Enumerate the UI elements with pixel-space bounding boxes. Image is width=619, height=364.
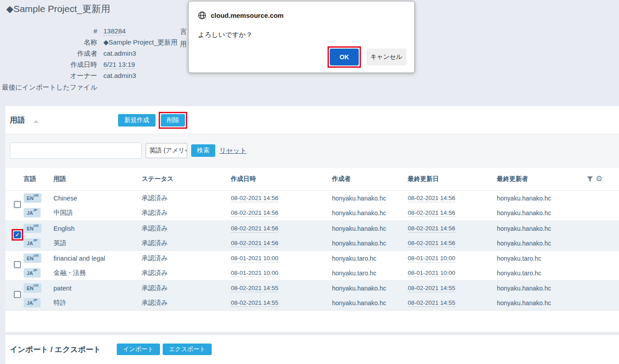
new-term-button[interactable]: 新規作成 [118, 114, 156, 127]
detail-value-creator: cat.admin3 [103, 49, 136, 57]
modified-date-cell: 08-02-2021 14:56 [408, 225, 497, 232]
language-badge: JAJP [24, 238, 41, 248]
table-row-pair: ENUS patent 承認済み 08-02-2021 14:55 honyak… [5, 280, 619, 310]
detail-label: 名称 [0, 38, 97, 47]
delete-button[interactable]: 削除 [161, 114, 185, 127]
creator-cell: honyaku.hanako.hc [332, 225, 408, 232]
table-row-pair: ENUS financial and legal 承認済み 08-01-2021… [5, 250, 619, 280]
chevron-down-icon [185, 149, 187, 152]
created-date-cell: 08-01-2021 10:00 [231, 270, 332, 276]
created-date-cell: 08-02-2021 14:56 [231, 209, 332, 216]
term-table-footer [5, 310, 619, 332]
term-cell: 英語 [53, 239, 142, 247]
modifier-cell: honyaku.taro.hc [497, 270, 619, 277]
detail-label: 作成者 [0, 49, 97, 58]
term-line: JAJP 特許 承認済み 08-02-2021 14:55 honyaku.ha… [5, 295, 619, 310]
language-select-value: 英語 (アメリ [149, 147, 185, 155]
row-checkbox-highlight: ✓ [12, 229, 23, 241]
status-cell: 承認済み [142, 254, 231, 262]
language-badge: ENUS [24, 254, 41, 263]
row-checkbox[interactable] [14, 261, 21, 268]
detail-label: 作成日時 [0, 61, 97, 69]
ok-button-highlight: OK [328, 46, 361, 68]
term-cell: financial and legal [53, 255, 142, 262]
language-badge: JAJP [24, 208, 41, 217]
modified-date-cell: 08-02-2021 14:55 [408, 299, 497, 306]
delete-button-highlight: 削除 [159, 112, 187, 129]
modifier-cell: honyaku.hanako.hc [497, 240, 619, 247]
creator-cell: honyaku.hanako.hc [332, 299, 408, 307]
reset-link[interactable]: リセット [219, 147, 246, 155]
clipped-label-lang: 言 [180, 28, 188, 36]
import-export-panel: インポート / エクスポート インポート エクスポート [5, 335, 619, 364]
created-date-cell: 08-02-2021 14:55 [231, 299, 332, 306]
detail-value-id: 138284 [103, 27, 126, 36]
export-button[interactable]: エクスポート [163, 344, 212, 355]
gear-icon[interactable]: ⚙ [596, 175, 603, 183]
created-date-cell: 08-02-2021 14:56 [231, 225, 332, 232]
terms-panel: 用語 新規作成 削除 英語 (アメリ 検索 リセット 言語 [5, 106, 619, 332]
clipped-label-term: 用 [180, 40, 188, 49]
language-badge: ENUS [24, 283, 41, 293]
terms-section-title: 用語 [10, 115, 25, 125]
modified-date-cell: 08-02-2021 14:56 [408, 209, 497, 216]
globe-icon [198, 11, 206, 20]
created-date-cell: 08-02-2021 14:56 [231, 240, 332, 246]
detail-label: # [0, 27, 97, 35]
detail-label: オーナー [0, 72, 97, 80]
creator-cell: honyaku.hanako.hc [332, 195, 408, 202]
modified-date-cell: 08-02-2021 14:55 [408, 285, 497, 291]
dialog-site-name: cloud.memsource.com [211, 12, 283, 19]
term-search-bar: 英語 (アメリ 検索 リセット [5, 134, 619, 168]
language-badge: JAJP [24, 298, 41, 307]
search-button[interactable]: 検索 [191, 144, 215, 157]
detail-row-last-import: 最後にインポートしたファイル [0, 83, 103, 92]
creator-cell: honyaku.hanako.hc [332, 240, 408, 247]
filter-funnel-icon[interactable] [587, 176, 593, 182]
collapse-chevron-up-icon[interactable] [33, 120, 39, 123]
modified-date-cell: 08-01-2021 10:00 [408, 270, 497, 276]
term-search-input[interactable] [10, 143, 142, 159]
cancel-button[interactable]: キャンセル [366, 49, 406, 65]
detail-row-name: 名称◆Sample Project_更新用 [0, 38, 178, 47]
language-badge: ENUS [24, 193, 41, 203]
row-checkbox[interactable] [14, 291, 21, 298]
ok-button[interactable]: OK [330, 49, 359, 65]
modified-date-cell: 08-02-2021 14:56 [408, 195, 497, 201]
column-term: 用語 [53, 175, 142, 183]
row-checkbox[interactable]: ✓ [14, 231, 21, 238]
status-cell: 承認済み [142, 239, 231, 247]
created-date-cell: 08-02-2021 14:55 [231, 285, 332, 291]
column-modified: 最終更新日 [408, 175, 497, 183]
status-cell: 承認済み [142, 299, 231, 307]
term-line: JAJP 金融・法務 承認済み 08-01-2021 10:00 honyaku… [5, 266, 619, 280]
term-cell: 中国語 [53, 209, 142, 217]
status-cell: 承認済み [142, 209, 231, 217]
creator-cell: honyaku.taro.hc [332, 270, 408, 277]
import-button[interactable]: インポート [117, 344, 160, 355]
modified-date-cell: 08-01-2021 10:00 [408, 255, 497, 262]
detail-row-creator: 作成者cat.admin3 [0, 49, 136, 58]
language-badge: JAJP [24, 268, 41, 278]
column-creator: 作成者 [332, 175, 408, 183]
modifier-cell: honyaku.hanako.hc [497, 195, 619, 202]
modified-date-cell: 08-02-2021 14:56 [408, 240, 497, 246]
detail-label: 最後にインポートしたファイル [0, 83, 97, 92]
row-checkbox-wrap [14, 201, 21, 208]
column-language: 言語 [24, 175, 53, 183]
table-row-pair: ENUS Chinese 承認済み 08-02-2021 14:56 honya… [5, 191, 619, 221]
status-cell: 承認済み [142, 284, 231, 292]
row-checkbox[interactable] [14, 201, 21, 208]
term-cell: patent [53, 285, 142, 292]
import-export-title: インポート / エクスポート [10, 344, 101, 355]
detail-value-name: ◆Sample Project_更新用 [103, 38, 178, 46]
term-table-body: ENUS Chinese 承認済み 08-02-2021 14:56 honya… [5, 191, 619, 310]
browser-confirm-dialog: cloud.memsource.com よろしいですか？ OK キャンセル [188, 1, 415, 73]
language-badge: ENUS [24, 224, 41, 233]
language-select[interactable]: 英語 (アメリ [146, 143, 187, 158]
modifier-cell: honyaku.hanako.hc [497, 299, 619, 307]
status-cell: 承認済み [142, 194, 231, 202]
term-cell: 金融・法務 [53, 269, 142, 277]
page: ◆Sample Project_更新用 #138284 名称◆Sample Pr… [0, 0, 619, 364]
page-title: ◆Sample Project_更新用 [6, 3, 110, 15]
